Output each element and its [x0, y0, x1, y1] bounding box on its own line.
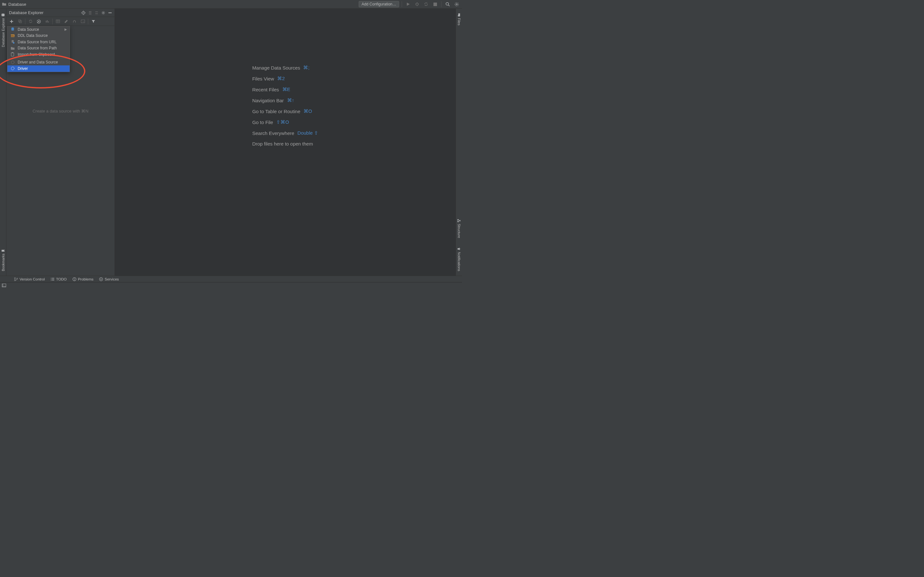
- shortcut-kbd: ⌘;: [303, 65, 309, 71]
- refresh-icon[interactable]: [27, 18, 34, 25]
- folder-icon: [2, 2, 6, 6]
- svg-point-53: [51, 280, 51, 280]
- svg-line-3: [415, 3, 416, 4]
- project-title: Database: [2, 2, 26, 7]
- collapse-icon[interactable]: [95, 11, 99, 15]
- menu-item-label: Import from Clipboard: [18, 52, 55, 57]
- top-bar: Database Add Configuration…: [0, 0, 462, 9]
- menu-item-label: Data Source from URL: [18, 40, 57, 44]
- svg-point-52: [51, 279, 51, 279]
- tab-services[interactable]: Services: [99, 277, 119, 281]
- menu-item-data-source-path[interactable]: Data Source from Path: [7, 45, 69, 52]
- stop-icon[interactable]: [431, 1, 439, 8]
- empty-hint: Create a data source with ⌘N: [6, 109, 115, 113]
- rail-tab-label: Bookmarks: [1, 253, 5, 271]
- target-icon[interactable]: [81, 11, 86, 15]
- console-icon[interactable]: [79, 18, 86, 25]
- shortcut-label: Drop files here to open them: [252, 141, 313, 147]
- tab-todo[interactable]: TODO: [51, 277, 67, 281]
- svg-point-0: [416, 3, 418, 5]
- run-icon[interactable]: [405, 1, 412, 8]
- filter-icon[interactable]: [90, 18, 97, 25]
- gear-icon[interactable]: [101, 11, 105, 15]
- rail-tab-bookmarks[interactable]: Bookmarks: [1, 247, 6, 274]
- stop-refresh-icon[interactable]: [36, 18, 42, 25]
- project-title-text: Database: [8, 2, 26, 7]
- shortcut-label: Manage Data Sources: [252, 65, 300, 71]
- branch-icon: [14, 277, 18, 281]
- shortcut-label: Go to File: [252, 119, 273, 125]
- add-configuration-button[interactable]: Add Configuration…: [359, 1, 399, 7]
- panel-toolbar: [6, 17, 115, 26]
- edit-icon[interactable]: [63, 18, 69, 25]
- svg-point-44: [11, 67, 14, 70]
- update-icon[interactable]: [423, 1, 430, 8]
- svg-point-46: [15, 279, 15, 280]
- shortcut-kbd: ⌘E: [282, 87, 290, 92]
- status-bar: [0, 282, 462, 288]
- menu-item-label: Driver: [18, 66, 28, 71]
- diagnostic-icon[interactable]: [44, 18, 50, 25]
- driver-icon: [10, 60, 15, 64]
- shortcut-drop-files: Drop files here to open them: [252, 141, 318, 147]
- svg-rect-29: [45, 21, 46, 23]
- rail-tab-notifications[interactable]: Notifications: [457, 245, 462, 274]
- structure-icon: [457, 219, 461, 222]
- search-icon[interactable]: [444, 1, 451, 8]
- menu-item-label: Data Source: [18, 27, 39, 32]
- list-icon: [51, 277, 55, 281]
- svg-point-8: [446, 2, 448, 5]
- menu-item-data-source[interactable]: Data Source ▶: [7, 26, 69, 33]
- ddl-icon: DDL: [10, 34, 15, 37]
- clipboard-icon: [10, 52, 15, 56]
- welcome-shortcuts: Manage Data Sources ⌘; Files View ⌘2 Rec…: [252, 65, 318, 147]
- svg-point-43: [11, 61, 14, 64]
- shortcut-label: Files View: [252, 76, 274, 81]
- play-icon: [99, 277, 103, 281]
- editor-area: Manage Data Sources ⌘; Files View ⌘2 Rec…: [115, 9, 456, 276]
- rail-tab-files[interactable]: Files: [457, 11, 462, 28]
- svg-point-51: [51, 277, 51, 278]
- rail-tab-database-explorer[interactable]: Database Explorer: [1, 11, 6, 50]
- menu-item-driver[interactable]: Driver: [7, 65, 69, 72]
- tab-problems[interactable]: Problems: [73, 277, 94, 281]
- tab-label: Services: [105, 277, 119, 281]
- menu-item-label: DDL Data Source: [18, 33, 48, 38]
- tab-version-control[interactable]: Version Control: [14, 277, 45, 281]
- svg-point-36: [11, 27, 14, 29]
- window-icon[interactable]: [2, 284, 6, 287]
- bottom-tool-bar: Version Control TODO Problems Services: [0, 276, 462, 282]
- add-button[interactable]: [8, 18, 15, 25]
- svg-point-56: [74, 279, 75, 280]
- divider: [402, 1, 402, 7]
- table-icon[interactable]: [55, 18, 61, 25]
- menu-item-import-clipboard[interactable]: Import from Clipboard: [7, 51, 69, 58]
- svg-point-10: [456, 3, 457, 5]
- shortcut-label: Search Everywhere: [252, 131, 294, 136]
- minimize-icon[interactable]: [108, 11, 112, 15]
- rail-tab-structure[interactable]: Structure: [457, 216, 462, 241]
- shortcut-go-to-table: Go to Table or Routine ⌘O: [252, 108, 318, 114]
- settings-icon[interactable]: [453, 1, 460, 8]
- shortcut-kbd: ⌘O: [304, 108, 312, 114]
- svg-line-4: [418, 3, 419, 4]
- svg-rect-31: [48, 21, 49, 23]
- svg-rect-7: [433, 3, 437, 6]
- svg-point-23: [103, 12, 104, 13]
- expand-icon[interactable]: [88, 11, 92, 15]
- url-icon: [10, 40, 15, 44]
- menu-item-data-source-url[interactable]: Data Source from URL: [7, 39, 69, 45]
- rail-tab-label: Database Explorer: [1, 18, 5, 47]
- shortcut-kbd: ⌘↑: [287, 97, 294, 103]
- duplicate-icon[interactable]: [17, 18, 23, 25]
- debug-icon[interactable]: [414, 1, 421, 8]
- jump-icon[interactable]: [71, 18, 78, 25]
- menu-item-ddl-data-source[interactable]: DDL DDL Data Source: [7, 33, 69, 39]
- shortcut-navigation-bar: Navigation Bar ⌘↑: [252, 97, 318, 103]
- chevron-right-icon: ▶: [65, 27, 67, 31]
- database-icon: [1, 13, 5, 17]
- shortcut-label: Recent Files: [252, 87, 279, 92]
- menu-item-driver-and-data-source[interactable]: Driver and Data Source: [7, 59, 69, 66]
- menu-item-label: Driver and Data Source: [18, 60, 58, 64]
- rail-tab-label: Structure: [457, 224, 461, 238]
